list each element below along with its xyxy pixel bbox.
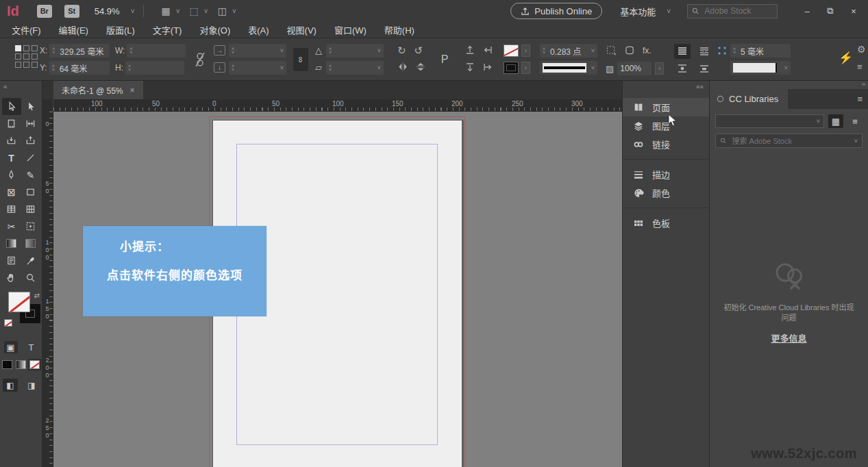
workspace-switcher[interactable]: 基本功能 ˅ [620,5,671,18]
adobe-stock-search-input[interactable] [703,5,773,16]
free-transform-tool[interactable] [21,218,40,235]
fill-well[interactable] [8,292,30,312]
grid-view-button[interactable]: ▦ [828,114,843,128]
menu-item-2[interactable]: 版面(L) [97,22,144,38]
arrange-documents-icon[interactable]: ◫ ˅ [218,5,236,16]
align-left-icon[interactable] [482,45,493,55]
apply-color-button[interactable] [2,360,12,369]
dock-item-links[interactable]: 链接 [623,135,709,153]
flip-vertical-icon[interactable] [415,62,426,72]
stock-button[interactable]: St [64,5,79,18]
stroke-more-button[interactable]: › [521,62,530,74]
chevron-down-icon[interactable]: ˅ [784,64,788,71]
fill-swatch-none[interactable] [504,45,519,57]
page-tool[interactable] [2,115,21,132]
menu-item-6[interactable]: 视图(V) [278,22,325,38]
wrap-jump-to-next-column-button[interactable] [696,61,712,76]
zoom-level[interactable]: 54.9% [95,6,120,16]
quick-apply-icon[interactable]: ⚡ [839,51,853,65]
menu-item-7[interactable]: 窗口(W) [325,22,375,38]
rotate-cw-icon[interactable]: ↻ [397,45,406,57]
expand-panel-icon[interactable]: » [862,81,865,88]
formatting-affects-container-button[interactable]: ▣ [4,341,18,353]
dock-item-swatches[interactable]: 色板 [623,214,709,232]
default-fill-stroke-icon[interactable] [4,319,12,327]
corner-shape-icon[interactable] [624,45,635,55]
cc-panel-menu-icon[interactable]: ≡ [857,94,863,104]
effects-button[interactable]: fx. [643,46,652,55]
chevron-down-icon[interactable]: ˅ [591,64,595,71]
hand-tool[interactable] [2,269,21,286]
view-options-icon[interactable]: ▦ ˅ [162,5,180,16]
wrap-jump-object-button[interactable] [674,61,691,76]
normal-view-mode-button[interactable]: ◧ [3,379,18,392]
menu-item-3[interactable]: 文字(T) [144,22,191,38]
menu-item-4[interactable]: 对象(O) [190,22,239,38]
wrap-offset-field[interactable]: ˄˅5 毫米 [730,44,791,58]
gradient-feather-tool[interactable] [21,235,40,252]
tip-box[interactable]: 小提示： 点击软件右侧的颜色选项 [83,226,266,316]
wrap-bounding-box-button[interactable] [696,44,712,59]
corner-options-icon[interactable] [606,45,617,55]
formatting-affects-text-button[interactable]: T [25,341,38,353]
pasteboard-canvas[interactable]: 小提示： 点击软件右侧的颜色选项 [53,112,622,467]
notes-tool[interactable] [2,252,21,269]
screen-mode-icon[interactable]: ⬚ ˅ [190,5,208,16]
selection-tool[interactable] [2,98,21,115]
opacity-more-button[interactable]: › [655,62,664,75]
collapse-dock-icon[interactable]: «« [696,83,704,90]
gap-tool[interactable] [21,115,40,132]
list-view-button[interactable]: ≡ [847,114,863,128]
stroke-swatch-black[interactable] [504,62,519,74]
w-field[interactable]: ˄˅ [127,44,186,58]
content-collector-tool[interactable] [2,132,21,149]
preview-mode-button[interactable]: ◨ [24,379,39,392]
rotate-ccw-icon[interactable]: ↺ [414,45,423,57]
direct-selection-tool[interactable] [21,98,40,115]
menu-item-8[interactable]: 帮助(H) [375,22,423,38]
cc-libraries-tab[interactable]: CC Libraries [710,89,788,109]
stepper-icon[interactable]: ˄˅ [129,47,135,54]
line-tool[interactable] [21,149,40,166]
flip-horizontal-icon[interactable] [397,62,408,72]
vertical-grid-tool[interactable] [21,201,40,218]
chevron-down-icon[interactable]: ˅ [854,138,858,144]
swap-fill-stroke-icon[interactable]: ⇄ [34,292,40,299]
wrap-none-button[interactable] [674,44,691,59]
apply-none-button[interactable] [29,360,40,369]
horizontal-grid-tool[interactable] [2,201,21,218]
gradient-swatch-tool[interactable] [2,235,21,252]
bridge-button[interactable]: Br [37,5,52,18]
zoom-tool[interactable] [21,269,40,286]
dock-item-stroke[interactable]: 描边 [623,165,709,184]
collapse-panel-icon[interactable]: « [3,83,8,90]
object-style-dropdown[interactable]: ˅ [730,61,791,75]
y-field[interactable]: ˄˅64 毫米 [49,61,110,75]
constrain-dimensions-icon[interactable] [195,51,206,68]
link-scale-button[interactable]: ∞ [293,48,308,71]
select-container-proxy[interactable]: P [437,49,452,70]
chevron-down-icon[interactable]: ˅ [377,47,381,54]
publish-online-button[interactable]: Publish Online [510,3,602,19]
document-tab[interactable]: 未命名-1 @ 55% × [53,81,143,99]
frame-tool[interactable]: ⊠ [2,184,21,201]
vertical-ruler[interactable]: 050100150200250 [42,112,53,467]
menu-item-0[interactable]: 文件(F) [3,22,50,38]
more-info-link[interactable]: 更多信息 [771,331,806,344]
gear-icon[interactable]: ⚙ [857,44,866,55]
opacity-field[interactable]: 100% [617,62,652,75]
type-tool[interactable]: T [2,149,21,166]
zoom-dropdown-icon[interactable]: ˅ [131,8,135,15]
scale-x-field[interactable]: ˄˅˅ [229,44,286,58]
dock-item-pages[interactable]: 页面 [623,98,709,116]
pen-tool[interactable] [2,166,21,184]
pencil-tool[interactable]: ✎ [21,166,40,184]
fill-more-button[interactable]: › [521,45,530,57]
cc-search-input[interactable] [731,136,850,146]
h-field[interactable]: ˄˅ [125,61,184,75]
stroke-type-dropdown[interactable]: ˅ [540,61,597,75]
ruler-origin-corner[interactable] [42,99,53,112]
x-field[interactable]: ˄˅329.25 毫米 [49,44,110,58]
align-right-icon[interactable] [482,62,493,73]
rectangle-tool[interactable] [21,184,40,201]
